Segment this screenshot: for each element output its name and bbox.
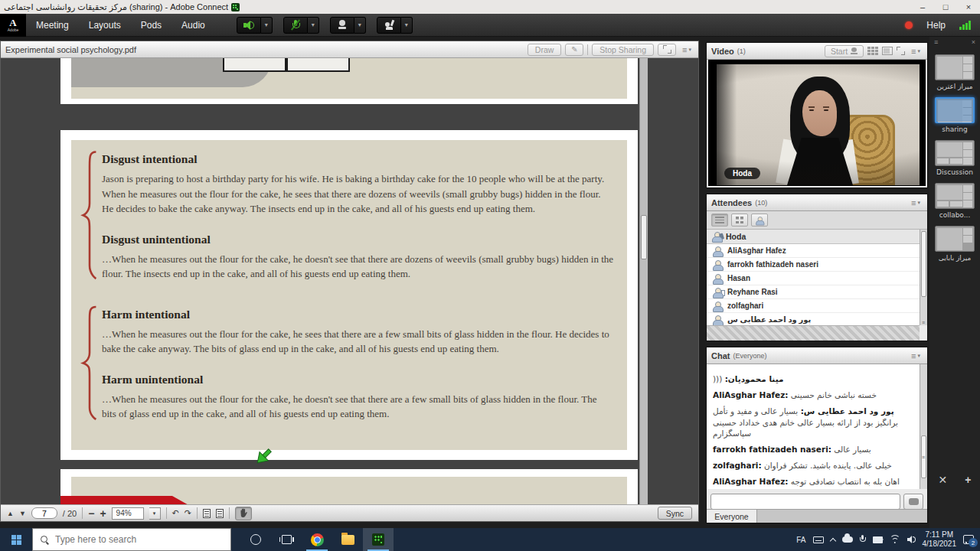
raise-hand-button[interactable] — [377, 17, 401, 34]
attendee-row[interactable]: Reyhane Rasi — [707, 285, 920, 299]
file-explorer-button[interactable] — [332, 528, 363, 551]
grid-view-icon[interactable] — [867, 47, 878, 55]
attendees-scrollbar[interactable]: ≡ — [920, 230, 927, 325]
wifi-icon[interactable] — [890, 536, 900, 543]
adobe-connect-taskbar-button[interactable] — [363, 528, 394, 551]
share-pod-menu-button[interactable]: ≡▾ — [680, 45, 694, 54]
attendee-row[interactable]: AliAsghar Hafez — [707, 244, 920, 258]
pdf-document-area[interactable]: Disgust intentional Jason is preparing t… — [1, 58, 698, 506]
keyboard-icon[interactable] — [813, 536, 824, 543]
next-page-button[interactable]: ▼ — [19, 510, 26, 517]
volume-icon[interactable] — [907, 536, 916, 543]
chat-scrollbar[interactable]: ≡ — [920, 364, 927, 489]
cortana-button[interactable] — [240, 528, 271, 551]
layout-item-sharing[interactable]: sharing — [929, 97, 980, 133]
action-center-icon[interactable]: 2 — [963, 535, 974, 544]
microphone-tray-icon[interactable] — [860, 535, 866, 544]
menu-pods[interactable]: Pods — [131, 14, 172, 36]
zoom-in-button[interactable]: + — [100, 507, 106, 520]
layout-bar-menu-icon[interactable]: ≡ — [934, 38, 938, 46]
video-pod-menu-button[interactable]: ≡▾ — [909, 47, 923, 56]
attendees-pod-menu-button[interactable]: ≡▾ — [909, 198, 923, 207]
zoom-out-button[interactable]: − — [88, 507, 94, 520]
close-icon: × — [966, 2, 971, 11]
chat-message: AliAsghar Hafez: اهان بله به انتصاب تصاد… — [713, 476, 913, 489]
chat-tab-everyone[interactable]: Everyone — [707, 510, 757, 523]
fullscreen-icon[interactable] — [897, 47, 905, 55]
attendee-row[interactable]: zolfaghari — [707, 299, 920, 313]
chrome-taskbar-button[interactable] — [302, 528, 332, 551]
previous-page-button[interactable]: ▲ — [7, 510, 14, 517]
stop-sharing-button[interactable]: Stop Sharing — [592, 44, 654, 56]
rotate-left-button[interactable]: ↶ — [172, 508, 179, 518]
attendee-row[interactable]: Hasan — [707, 272, 920, 285]
maximize-button[interactable]: □ — [934, 0, 957, 14]
speaker-dropdown[interactable]: ▾ — [261, 17, 273, 34]
webcam-button[interactable] — [330, 17, 354, 34]
menu-layouts[interactable]: Layouts — [79, 14, 131, 36]
minimize-button[interactable]: – — [911, 0, 934, 14]
menu-meeting[interactable]: Meeting — [26, 14, 79, 36]
attendee-row[interactable]: farrokh fathizadeh naseri — [707, 258, 920, 272]
help-menu[interactable]: Help — [926, 20, 946, 31]
rotate-right-button[interactable]: ↷ — [185, 508, 191, 518]
layout-item-1[interactable]: میراز اعترین — [929, 54, 980, 90]
start-webcam-button[interactable]: Start — [825, 45, 864, 57]
person-icon — [713, 315, 722, 324]
webcam-icon — [338, 20, 347, 30]
task-view-button[interactable] — [271, 528, 302, 551]
layout-options-icon[interactable]: ✕ — [939, 474, 948, 486]
active-speaker-row[interactable]: Hoda — [707, 230, 927, 244]
layout-bar-close-icon[interactable]: × — [972, 38, 975, 46]
layout-item-collaboration[interactable]: collabo... — [929, 183, 980, 219]
filmstrip-view-icon[interactable] — [882, 47, 893, 55]
section-body: …When he measures out the flour for the … — [102, 327, 613, 357]
share-pod-header: Experimental social psychology.pdf Draw … — [1, 41, 698, 58]
connection-signal-icon[interactable] — [959, 21, 971, 30]
microphone-muted-button[interactable] — [283, 17, 308, 34]
layout-item-5[interactable]: میراز بابایی — [929, 226, 980, 262]
layout-item-discussion[interactable]: Discussion — [929, 140, 980, 176]
close-button[interactable]: × — [957, 0, 980, 14]
add-layout-icon[interactable]: + — [965, 474, 971, 486]
sync-button[interactable]: Sync — [658, 507, 692, 520]
pod-resize-area[interactable] — [707, 325, 920, 341]
share-fullscreen-button[interactable] — [658, 44, 676, 56]
cloud-icon[interactable] — [842, 536, 853, 543]
chat-message-input[interactable] — [710, 494, 900, 510]
taskbar-clock[interactable]: 7:11 PM 4/18/2021 — [923, 530, 957, 549]
adobe-logo[interactable]: A Adobe — [0, 14, 26, 37]
attendee-grid-view-button[interactable] — [731, 214, 748, 227]
cortana-icon — [250, 534, 261, 545]
fit-page-button[interactable] — [203, 509, 211, 518]
attendee-status-view-button[interactable] — [751, 214, 768, 227]
layout-label: collabo... — [939, 211, 971, 219]
camera-tray-icon[interactable] — [873, 536, 883, 543]
taskbar-search[interactable] — [32, 528, 231, 551]
attendees-scrollbar-thumb[interactable] — [921, 231, 926, 297]
chat-message: پور ود احمد عطایی س: بسیار عالی و مفید و… — [713, 406, 913, 439]
microphone-dropdown[interactable]: ▾ — [308, 17, 319, 34]
document-scrollbar[interactable] — [639, 58, 648, 506]
share-pod: Experimental social psychology.pdf Draw … — [0, 41, 699, 522]
zoom-dropdown-button[interactable]: ▾ — [149, 507, 161, 520]
search-input[interactable] — [55, 534, 208, 545]
attendee-list-view-button[interactable] — [711, 214, 728, 227]
zoom-level-value[interactable]: 94% — [112, 507, 144, 520]
page-number-input[interactable] — [31, 507, 57, 519]
menu-audio[interactable]: Audio — [172, 14, 215, 36]
document-scrollbar-thumb[interactable] — [641, 215, 647, 259]
chat-pod-menu-button[interactable]: ≡▾ — [909, 351, 923, 360]
raise-hand-dropdown[interactable]: ▾ — [401, 17, 413, 34]
pencil-tool-button[interactable]: ✎ — [565, 44, 583, 56]
hidden-icons-chevron[interactable] — [829, 537, 835, 543]
hand-pan-tool-button[interactable] — [235, 507, 252, 520]
draw-button[interactable]: Draw — [528, 44, 562, 56]
start-button[interactable] — [0, 528, 32, 551]
section-heading: Disgust intentional — [102, 152, 613, 166]
fit-width-button[interactable] — [216, 509, 224, 518]
send-message-button[interactable] — [903, 494, 923, 510]
speaker-button[interactable] — [237, 17, 261, 34]
language-indicator[interactable]: FA — [796, 536, 805, 544]
webcam-dropdown[interactable]: ▾ — [354, 17, 366, 34]
